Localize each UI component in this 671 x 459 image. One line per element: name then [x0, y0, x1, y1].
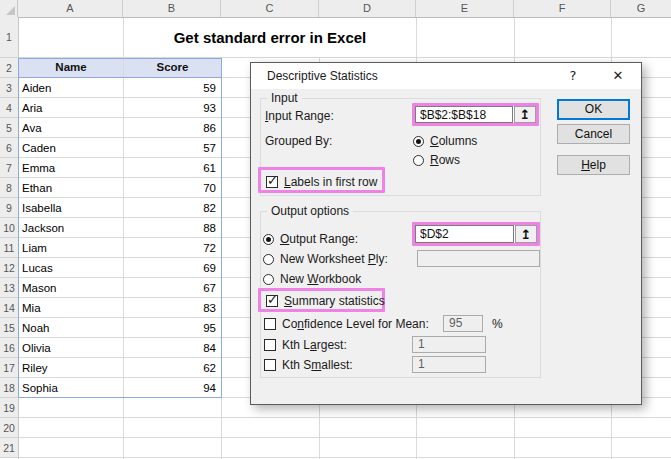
row-header-21[interactable]: 21	[0, 438, 18, 458]
column-header-g[interactable]: G	[611, 0, 671, 17]
table-row-cell-score[interactable]: 83	[124, 298, 216, 318]
table-row-cell-score[interactable]: 95	[124, 318, 216, 338]
sheet-title-cell[interactable]: Get standard error in Excel	[124, 18, 416, 57]
table-row-cell-name[interactable]: Mason	[22, 278, 121, 298]
kth-largest-checkbox-control[interactable]	[264, 339, 276, 351]
kth-smallest-field[interactable]: 1	[412, 356, 486, 373]
summary-statistics-checkbox-control[interactable]: ✓	[266, 295, 278, 307]
input-range-field[interactable]	[415, 106, 513, 123]
cancel-button[interactable]: Cancel	[557, 124, 630, 144]
dialog-close-button[interactable]: ✕	[603, 63, 633, 89]
row-header-8[interactable]: 8	[0, 178, 18, 198]
row-header-19[interactable]: 19	[0, 398, 18, 418]
column-header-f[interactable]: F	[514, 0, 611, 17]
table-row-cell-score[interactable]: 69	[124, 258, 216, 278]
radio-new-workbook[interactable]: New Workbook	[263, 272, 361, 286]
row-header-2[interactable]: 2	[0, 58, 18, 78]
confidence-level-checkbox[interactable]: Confidence Level for Mean:	[264, 317, 429, 331]
row-header-1[interactable]: 1	[0, 17, 18, 58]
radio-output-range-control[interactable]	[263, 234, 274, 245]
table-row-cell-score[interactable]: 84	[124, 338, 216, 358]
labels-first-row-checkbox-control[interactable]: ✓	[266, 176, 278, 188]
kth-smallest-checkbox[interactable]: Kth Smallest:	[264, 358, 353, 372]
table-row-cell-score[interactable]: 94	[124, 378, 216, 398]
table-header-name[interactable]: Name	[19, 58, 123, 78]
radio-new-workbook-control[interactable]	[263, 274, 274, 285]
row-header-6[interactable]: 6	[0, 138, 18, 158]
row-header-4[interactable]: 4	[0, 98, 18, 118]
radio-rows-control[interactable]	[413, 155, 424, 166]
table-row-cell-score[interactable]: 57	[124, 138, 216, 158]
row-header-18[interactable]: 18	[0, 378, 18, 398]
table-row-cell-name[interactable]: Lucas	[22, 258, 121, 278]
output-range-collapse-button[interactable]: ↥	[515, 225, 537, 243]
new-worksheet-ply-field[interactable]	[417, 250, 540, 267]
dialog-titlebar[interactable]: Descriptive Statistics ? ✕	[251, 63, 641, 89]
table-row-cell-name[interactable]: Emma	[22, 158, 121, 178]
kth-smallest-checkbox-control[interactable]	[264, 359, 276, 371]
column-header-a[interactable]: A	[18, 0, 123, 17]
table-row-cell-score[interactable]: 67	[124, 278, 216, 298]
input-range-collapse-button[interactable]: ↥	[514, 106, 536, 123]
row-header-9[interactable]: 9	[0, 198, 18, 218]
labels-first-row-checkbox[interactable]: ✓ Labels in first row	[261, 170, 377, 190]
row-header-3[interactable]: 3	[0, 78, 18, 98]
table-row-cell-name[interactable]: Olivia	[22, 338, 121, 358]
confidence-level-field[interactable]: 95	[443, 315, 483, 332]
row-header-13[interactable]: 13	[0, 278, 18, 298]
row-header-11[interactable]: 11	[0, 238, 18, 258]
radio-columns-control[interactable]	[413, 136, 424, 147]
help-button[interactable]: Help	[557, 155, 630, 175]
row-header-15[interactable]: 15	[0, 318, 18, 338]
row-header-14[interactable]: 14	[0, 298, 18, 318]
row-header-7[interactable]: 7	[0, 158, 18, 178]
column-header-b[interactable]: B	[123, 0, 221, 17]
row-header-17[interactable]: 17	[0, 358, 18, 378]
table-row-cell-score[interactable]: 88	[124, 218, 216, 238]
table-row-cell-name[interactable]: Jackson	[22, 218, 121, 238]
summary-statistics-highlight: ✓ Summary statistics	[258, 288, 385, 312]
table-row-cell-name[interactable]: Aiden	[22, 78, 121, 98]
table-row-cell-name[interactable]: Ava	[22, 118, 121, 138]
table-row-cell-score[interactable]: 61	[124, 158, 216, 178]
row-header-20[interactable]: 20	[0, 418, 18, 438]
output-range-field[interactable]	[415, 225, 514, 243]
table-row-cell-name[interactable]: Aria	[22, 98, 121, 118]
table-row-cell-name[interactable]: Mia	[22, 298, 121, 318]
table-row-cell-score[interactable]: 59	[124, 78, 216, 98]
select-all-button[interactable]	[0, 0, 18, 17]
ok-button[interactable]: OK	[557, 99, 630, 120]
table-row-cell-score[interactable]: 72	[124, 238, 216, 258]
row-header-16[interactable]: 16	[0, 338, 18, 358]
percent-label: %	[492, 317, 503, 331]
table-row-cell-name[interactable]: Caden	[22, 138, 121, 158]
kth-largest-checkbox[interactable]: Kth Largest:	[264, 338, 347, 352]
table-row-cell-name[interactable]: Ethan	[22, 178, 121, 198]
table-row-cell-name[interactable]: Riley	[22, 358, 121, 378]
column-header-e[interactable]: E	[416, 0, 514, 17]
table-row-cell-name[interactable]: Isabella	[22, 198, 121, 218]
kth-largest-field[interactable]: 1	[412, 336, 486, 353]
radio-new-worksheet-ply[interactable]: New Worksheet Ply:	[263, 252, 388, 266]
dialog-help-button[interactable]: ?	[561, 63, 585, 89]
table-row-cell-score[interactable]: 62	[124, 358, 216, 378]
table-row-cell-score[interactable]: 70	[124, 178, 216, 198]
confidence-level-checkbox-control[interactable]	[264, 318, 276, 330]
table-row-cell-score[interactable]: 93	[124, 98, 216, 118]
table-row-cell-score[interactable]: 86	[124, 118, 216, 138]
row-header-12[interactable]: 12	[0, 258, 18, 278]
table-row-cell-score[interactable]: 82	[124, 198, 216, 218]
summary-statistics-checkbox[interactable]: ✓ Summary statistics	[261, 291, 385, 309]
radio-new-worksheet-ply-control[interactable]	[263, 254, 274, 265]
column-header-c[interactable]: C	[221, 0, 319, 17]
column-header-d[interactable]: D	[319, 0, 416, 17]
radio-output-range[interactable]: Output Range:	[263, 232, 358, 246]
row-header-10[interactable]: 10	[0, 218, 18, 238]
table-row-cell-name[interactable]: Sophia	[22, 378, 121, 398]
table-row-cell-name[interactable]: Noah	[22, 318, 121, 338]
radio-columns[interactable]: Columns	[413, 134, 477, 148]
table-row-cell-name[interactable]: Liam	[22, 238, 121, 258]
row-header-5[interactable]: 5	[0, 118, 18, 138]
table-header-score[interactable]: Score	[124, 58, 221, 78]
radio-rows[interactable]: Rows	[413, 153, 460, 167]
